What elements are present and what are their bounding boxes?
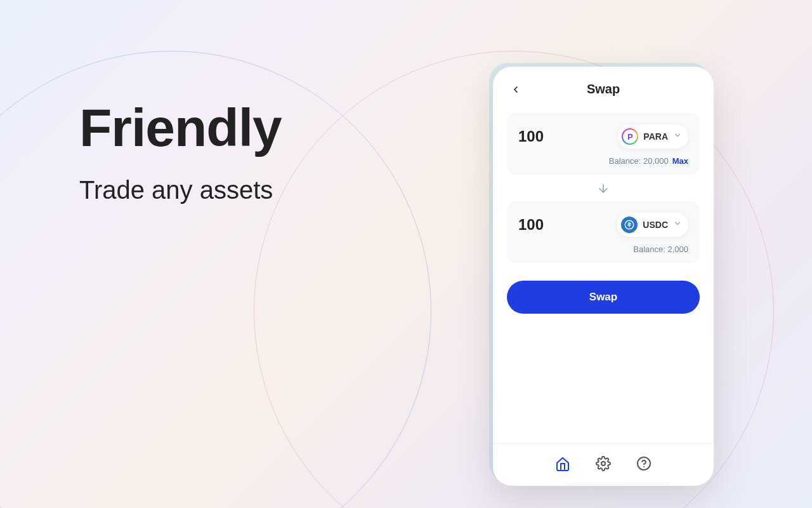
chevron-left-icon — [511, 84, 521, 95]
nav-home[interactable] — [554, 455, 571, 472]
to-token-selector[interactable]: USDC — [617, 213, 688, 237]
back-button[interactable] — [508, 82, 523, 97]
swap-header: Swap — [493, 67, 714, 107]
swap-body: P PARA Balance: 20,000 Max — [493, 107, 714, 443]
from-balance-label: Balance: 20,000 — [609, 156, 669, 166]
from-token-selector[interactable]: P PARA — [618, 124, 688, 149]
hero-title: Friendly — [79, 98, 282, 157]
gear-icon — [596, 456, 611, 471]
hero-text-block: Friendly Trade any assets — [79, 98, 282, 204]
to-balance-label: Balance: 2,000 — [633, 244, 688, 254]
to-token-symbol: USDC — [643, 220, 668, 230]
from-amount-input[interactable] — [518, 128, 588, 145]
swap-button[interactable]: Swap — [507, 281, 700, 314]
swap-widget: Swap P PARA Balance: 20,000 Max — [493, 67, 714, 486]
swap-direction-icon — [507, 178, 700, 201]
para-token-icon: P — [622, 128, 638, 145]
from-token-symbol: PARA — [643, 131, 668, 142]
svg-point-2 — [601, 462, 605, 465]
hero-subtitle: Trade any assets — [79, 176, 282, 204]
chevron-down-icon — [673, 131, 682, 142]
home-icon — [555, 456, 570, 471]
nav-help[interactable] — [636, 455, 652, 472]
help-icon — [636, 456, 652, 471]
max-button[interactable]: Max — [672, 156, 688, 166]
to-amount-input[interactable] — [518, 216, 588, 234]
usdc-token-icon — [621, 217, 638, 233]
nav-settings[interactable] — [595, 455, 612, 472]
swap-title: Swap — [587, 82, 620, 97]
chevron-down-icon — [673, 219, 682, 231]
swap-from-card: P PARA Balance: 20,000 Max — [507, 113, 700, 175]
bottom-nav — [493, 443, 714, 486]
swap-to-card: USDC Balance: 2,000 — [507, 201, 700, 263]
